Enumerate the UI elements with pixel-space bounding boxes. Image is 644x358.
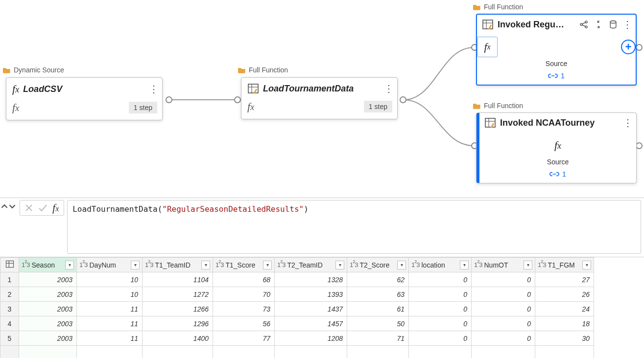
column-filter-dropdown[interactable]: ▾	[65, 261, 74, 269]
cell[interactable]: 1400	[143, 331, 213, 346]
diagram-canvas[interactable]: Dynamic Source Full Function Full Functi…	[0, 0, 644, 193]
node-loadtournamentdata[interactable]: LoadTournamentData fx 1 step	[241, 77, 398, 119]
data-grid[interactable]: 123Season▾123DayNum▾123T1_TeamID▾123T1_S…	[0, 257, 644, 358]
cell[interactable]: 10	[77, 272, 143, 287]
table-corner[interactable]	[0, 258, 19, 272]
table-row[interactable]: 22003101272701393630026	[0, 287, 594, 302]
cell[interactable]: 77	[213, 331, 275, 346]
table-row[interactable]: 32003111266731437610024	[0, 302, 594, 316]
cell[interactable]: 2003	[19, 272, 77, 287]
cell[interactable]: 1393	[275, 287, 347, 302]
type-icon: 123	[474, 261, 482, 268]
column-filter-dropdown[interactable]: ▾	[460, 261, 469, 269]
cell[interactable]: 1104	[143, 272, 213, 287]
cell[interactable]: 1266	[143, 302, 213, 316]
column-filter-dropdown[interactable]: ▾	[263, 261, 272, 269]
step-source-box[interactable]: fx	[477, 37, 498, 57]
column-filter-dropdown[interactable]: ▾	[335, 261, 344, 269]
node-invoked-regular[interactable]: Invoked Regu… fx + Source 1	[476, 14, 637, 86]
cell[interactable]: 1437	[275, 302, 347, 316]
formula-bar: fx LoadTournamentData("RegularSeasonDeta…	[0, 198, 644, 254]
cell[interactable]: 18	[535, 316, 594, 331]
column-filter-dropdown[interactable]: ▾	[201, 261, 210, 269]
collapse-icon[interactable]	[594, 20, 603, 29]
table-row[interactable]: 42003111296561457500018	[0, 316, 594, 331]
cancel-x-icon[interactable]	[23, 202, 35, 214]
cell[interactable]: 10	[77, 287, 143, 302]
cell[interactable]: 1296	[143, 316, 213, 331]
cell[interactable]: 56	[213, 316, 275, 331]
column-header[interactable]: 123T1_Score▾	[213, 258, 275, 272]
cell[interactable]: 2003	[19, 316, 77, 331]
cell[interactable]: 0	[409, 287, 472, 302]
node-invoked-ncaatourney[interactable]: Invoked NCAATourney fx Source 1	[476, 112, 637, 183]
cell[interactable]: 24	[535, 302, 594, 316]
cell[interactable]: 1457	[275, 316, 347, 331]
cell[interactable]: 26	[535, 287, 594, 302]
column-header[interactable]: 123T1_TeamID▾	[143, 258, 213, 272]
expand-collapse-arrows[interactable]	[0, 200, 17, 210]
cell[interactable]: 68	[213, 272, 275, 287]
cell[interactable]: 1272	[143, 287, 213, 302]
port[interactable]	[234, 96, 241, 103]
cell[interactable]: 0	[409, 316, 472, 331]
port[interactable]	[400, 96, 406, 103]
node-loadcsv[interactable]: fx LoadCSV fx 1 step	[6, 77, 163, 120]
cell[interactable]: 2003	[19, 302, 77, 316]
share-icon[interactable]	[579, 20, 589, 29]
more-menu-icon[interactable]	[383, 83, 394, 94]
cell[interactable]: 63	[347, 287, 409, 302]
cell[interactable]: 0	[472, 316, 535, 331]
column-filter-dropdown[interactable]: ▾	[582, 261, 591, 269]
column-header[interactable]: 123location▾	[409, 258, 472, 272]
cell[interactable]: 0	[409, 331, 472, 346]
cell[interactable]: 0	[409, 272, 472, 287]
cell[interactable]: 0	[472, 302, 535, 316]
cell[interactable]: 27	[535, 272, 594, 287]
cell[interactable]: 0	[472, 331, 535, 346]
cell[interactable]: 70	[213, 287, 275, 302]
add-step-button[interactable]: +	[621, 40, 636, 54]
port[interactable]	[166, 96, 172, 103]
port[interactable]	[636, 44, 643, 51]
more-menu-icon[interactable]	[622, 19, 633, 30]
formula-input[interactable]: LoadTournamentData("RegularSeasonDetaile…	[67, 200, 641, 254]
cell[interactable]: 11	[77, 302, 143, 316]
column-header[interactable]: 123DayNum▾	[77, 258, 143, 272]
cell[interactable]: 11	[77, 331, 143, 346]
row-number[interactable]: 5	[0, 331, 19, 346]
cell[interactable]: 62	[347, 272, 409, 287]
cell[interactable]: 1208	[275, 331, 347, 346]
cell[interactable]: 0	[472, 287, 535, 302]
column-header[interactable]: 123NumOT▾	[472, 258, 535, 272]
cell[interactable]: 61	[347, 302, 409, 316]
column-header[interactable]: 123Season▾	[19, 258, 77, 272]
column-header[interactable]: 123T2_Score▾	[347, 258, 409, 272]
row-number[interactable]: 2	[0, 287, 19, 302]
cell[interactable]: 2003	[19, 331, 77, 346]
column-filter-dropdown[interactable]: ▾	[131, 261, 140, 269]
column-header[interactable]: 123T1_FGM▾	[535, 258, 594, 272]
cell[interactable]: 0	[472, 272, 535, 287]
table-row[interactable]: 12003101104681328620027	[0, 272, 594, 287]
cell[interactable]: 2003	[19, 287, 77, 302]
cell[interactable]: 1328	[275, 272, 347, 287]
port[interactable]	[636, 142, 643, 149]
row-number[interactable]: 3	[0, 302, 19, 316]
cell[interactable]: 71	[347, 331, 409, 346]
database-icon[interactable]	[608, 20, 618, 29]
cell[interactable]: 11	[77, 316, 143, 331]
row-number[interactable]: 1	[0, 272, 19, 287]
cell[interactable]: 0	[409, 302, 472, 316]
more-menu-icon[interactable]	[148, 84, 159, 94]
cell[interactable]: 73	[213, 302, 275, 316]
cell[interactable]: 50	[347, 316, 409, 331]
cell[interactable]: 30	[535, 331, 594, 346]
column-filter-dropdown[interactable]: ▾	[397, 261, 406, 269]
table-row[interactable]: 52003111400771208710030	[0, 331, 594, 346]
column-header[interactable]: 123T2_TeamID▾	[275, 258, 347, 272]
confirm-check-icon[interactable]	[37, 202, 48, 214]
more-menu-icon[interactable]	[622, 117, 633, 128]
column-filter-dropdown[interactable]: ▾	[524, 261, 532, 269]
row-number[interactable]: 4	[0, 316, 19, 331]
